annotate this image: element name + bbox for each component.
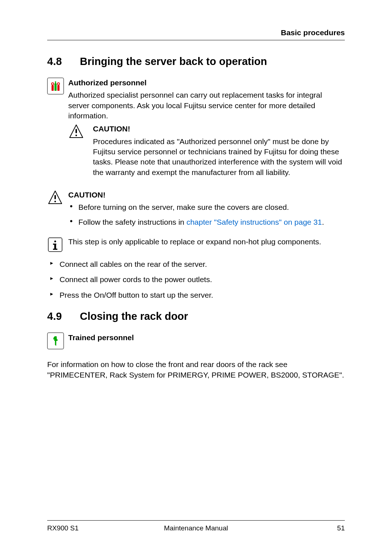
caution1-text: Procedures indicated as "Authorized pers… bbox=[93, 137, 345, 178]
authorized-personnel-block: Authorized personnel Authorized speciali… bbox=[47, 78, 345, 185]
svg-point-5 bbox=[57, 83, 60, 85]
page-content: 4.8 Bringing the server back to operatio… bbox=[47, 40, 345, 520]
section-4-8-heading: 4.8 Bringing the server back to operatio… bbox=[47, 56, 345, 68]
caution-icon bbox=[68, 124, 84, 139]
caution2-item-2-post: . bbox=[322, 218, 324, 226]
section-4-8-number: 4.8 bbox=[47, 56, 80, 68]
caution-icon bbox=[47, 190, 63, 205]
step-2: Connect all power cords to the power out… bbox=[47, 274, 345, 285]
wrench-icon bbox=[47, 333, 64, 349]
section-4-8-title: Bringing the server back to operation bbox=[80, 56, 267, 68]
section-4-9-heading: 4.9 Closing the rack door bbox=[47, 310, 345, 322]
svg-rect-14 bbox=[53, 249, 57, 250]
step-3: Press the On/Off button to start up the … bbox=[47, 290, 345, 300]
safety-instructions-link[interactable]: chapter "Safety instructions" on page 31 bbox=[187, 218, 322, 226]
header-title: Basic procedures bbox=[281, 28, 345, 37]
trained-personnel-block: Trained personnel bbox=[47, 333, 345, 349]
page-header: Basic procedures bbox=[47, 28, 345, 40]
svg-point-9 bbox=[54, 201, 56, 202]
svg-rect-6 bbox=[75, 129, 77, 133]
caution2-item-1: Before turning on the server, make sure … bbox=[68, 202, 345, 212]
caution1-label: CAUTION! bbox=[93, 124, 345, 134]
authorized-text: Authorized specialist personnel can carr… bbox=[68, 90, 345, 121]
footer-center: Maintenance Manual bbox=[146, 524, 245, 532]
caution2-list: Before turning on the server, make sure … bbox=[68, 202, 345, 227]
caution2-label: CAUTION! bbox=[68, 190, 345, 200]
caution2-block: CAUTION! Before turning on the server, m… bbox=[47, 190, 345, 232]
caution2-item-2: Follow the safety instructions in chapte… bbox=[68, 217, 345, 227]
footer-page-number: 51 bbox=[246, 524, 345, 532]
info-text: This step is only applicable to replace … bbox=[68, 237, 345, 247]
trained-heading: Trained personnel bbox=[68, 333, 345, 343]
authorized-heading: Authorized personnel bbox=[68, 78, 345, 88]
svg-point-11 bbox=[54, 241, 56, 243]
svg-rect-1 bbox=[54, 83, 57, 91]
footer-left: RX900 S1 bbox=[47, 524, 146, 532]
svg-rect-13 bbox=[53, 244, 56, 245]
nested-caution-block: CAUTION! Procedures indicated as "Author… bbox=[68, 124, 345, 180]
svg-point-7 bbox=[75, 135, 77, 136]
svg-rect-15 bbox=[55, 340, 56, 345]
section-4-9-text: For information on how to close the fron… bbox=[47, 359, 345, 380]
svg-rect-4 bbox=[55, 81, 56, 83]
info-icon bbox=[47, 237, 63, 253]
caution2-item-2-pre: Follow the safety instructions in bbox=[78, 218, 187, 226]
step-1: Connect all cables on the rear of the se… bbox=[47, 259, 345, 269]
section-4-9-number: 4.9 bbox=[47, 310, 80, 322]
svg-rect-8 bbox=[54, 195, 56, 199]
page-footer: RX900 S1 Maintenance Manual 51 bbox=[47, 520, 345, 532]
step-list: Connect all cables on the rear of the se… bbox=[47, 259, 345, 300]
svg-rect-2 bbox=[57, 85, 60, 91]
svg-point-3 bbox=[52, 83, 54, 85]
info-block: This step is only applicable to replace … bbox=[47, 237, 345, 254]
tools-icon bbox=[47, 78, 64, 94]
svg-rect-0 bbox=[52, 85, 54, 91]
section-4-9-title: Closing the rack door bbox=[80, 310, 188, 322]
